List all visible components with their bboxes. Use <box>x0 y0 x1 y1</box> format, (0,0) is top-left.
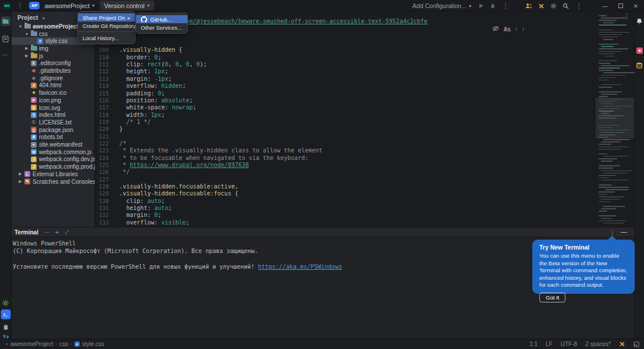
terminal-link[interactable]: https://aka.ms/PSWindows <box>258 263 342 270</box>
code-line[interactable]: white-space: nowrap; <box>119 104 196 111</box>
code-line[interactable]: margin: 0; <box>119 212 161 219</box>
code-line[interactable]: .visually-hidden { <box>119 47 182 54</box>
window-close-button[interactable]: ✕ <box>631 3 641 9</box>
code-line[interactable]: /* <box>119 140 126 147</box>
settings-gear-icon[interactable] <box>550 3 557 9</box>
more-tool-windows-icon[interactable]: ⋯ <box>1 50 10 60</box>
problems-icon[interactable] <box>1 322 10 332</box>
code-line[interactable]: border: 0; <box>119 54 161 61</box>
next-problem-arrow-icon[interactable]: ↓ <box>522 26 525 32</box>
breadcrumb-style-css[interactable]: style.css <box>82 341 104 347</box>
breadcrumb-css[interactable]: css <box>59 341 68 347</box>
tree-item-img[interactable]: ▶img <box>12 45 95 52</box>
titlebar-kebab-icon[interactable]: ⋮ <box>575 3 583 9</box>
menu-item-create-git-repository[interactable]: Create Git Repository... <box>78 22 135 30</box>
run-configurations-button[interactable]: Add Configuration... ▼ <box>412 2 472 9</box>
code-with-me-icon[interactable] <box>525 3 532 9</box>
tree-item-gitattributes[interactable]: ◆.gitattributes <box>12 67 95 74</box>
tree-item-index-html[interactable]: 5index.html <box>12 111 95 119</box>
tree-item-icon-png[interactable]: Picon.png <box>12 97 95 104</box>
code-line[interactable]: width: 1px; <box>119 112 165 119</box>
project-avatar[interactable]: AP <box>29 2 40 9</box>
ai-assistant-icon[interactable] <box>635 45 644 55</box>
main-menu-icon[interactable]: ⋮ <box>16 2 24 9</box>
tree-item-404-html[interactable]: 4404.html <box>12 82 95 90</box>
vcs-widget-button[interactable]: Version control ▼ <box>100 1 154 10</box>
window-minimize-button[interactable]: — <box>600 3 610 9</box>
tree-item-license-txt[interactable]: ©LICENSE.txt <box>12 119 95 126</box>
code-link[interactable]: https://www.drupal.org/node/897638 <box>130 162 249 168</box>
code-line[interactable]: position: absolute; <box>119 97 193 104</box>
search-icon[interactable] <box>563 3 569 9</box>
code-line[interactable]: height: 1px; <box>119 68 168 75</box>
project-widget[interactable]: awesomeProject ▼ <box>44 2 95 9</box>
run-more-kebab-icon[interactable]: ⋮ <box>501 3 510 9</box>
tree-item-webpack-config-prod-js[interactable]: Jwebpack.config.prod.js <box>12 163 95 170</box>
menu-item-share-project-on[interactable]: Share Project On▶ <box>78 13 135 22</box>
highlighting-level-eye-icon[interactable] <box>492 26 499 31</box>
database-icon[interactable] <box>635 60 644 70</box>
terminal-tab[interactable]: Terminal <box>15 229 38 236</box>
code-line[interactable]: .visually-hidden.focusable:active, <box>119 183 239 190</box>
previous-problem-arrow-icon[interactable]: ↑ <box>515 26 518 32</box>
tree-item-gitignore[interactable]: ◆.gitignore <box>12 74 95 82</box>
commit-icon[interactable] <box>1 34 10 44</box>
editor-minimap[interactable] <box>596 12 634 227</box>
code-line[interactable]: .visually-hidden.focusable:focus { <box>119 190 239 197</box>
terminal-icon[interactable] <box>1 309 10 319</box>
new-terminal-session-icon[interactable]: + <box>55 229 59 236</box>
tree-item-webpack-common-js[interactable]: Wwebpack.common.js <box>12 148 95 156</box>
code-line[interactable]: overflow: hidden; <box>119 83 186 90</box>
tree-item-editorconfig[interactable]: E.editorconfig <box>12 60 95 67</box>
code-editor[interactable]: 105 * https://medium.com/@jessebeach/bew… <box>95 12 596 227</box>
bell-icon[interactable] <box>635 16 644 26</box>
tools-icon[interactable] <box>538 3 545 9</box>
tree-item-site-webmanifest[interactable]: ≡site.webmanifest <box>12 141 95 148</box>
status-widget-2-spaces[interactable]: 2 spaces* <box>585 341 611 347</box>
menu-item-other-services[interactable]: Other Services... <box>136 23 187 31</box>
project-icon[interactable] <box>1 16 10 26</box>
menu-item-github[interactable]: GitHub... <box>136 15 187 23</box>
window-maximize-button[interactable] <box>616 3 625 9</box>
breadcrumb-awesomeproject[interactable]: awesomeProject <box>10 341 54 347</box>
tree-item-js[interactable]: ▶js <box>12 52 95 60</box>
tree-item-icon-svg[interactable]: Sicon.svg <box>12 104 95 112</box>
tree-chevron-icon[interactable]: ▶ <box>24 46 30 51</box>
code-line[interactable]: */ <box>119 169 130 176</box>
code-line[interactable]: height: auto; <box>119 205 172 212</box>
tree-chevron-icon[interactable]: ▼ <box>17 24 23 29</box>
tree-item-external-libraries[interactable]: ▶LExternal Libraries <box>12 170 95 178</box>
tree-chevron-icon[interactable]: ▶ <box>17 172 23 176</box>
code-line[interactable]: clip: auto; <box>119 198 165 205</box>
tree-item-scratches-and-consoles[interactable]: ▶✎Scratches and Consoles <box>12 178 95 186</box>
inspections-widget[interactable]: A5 ↑ ↓ <box>492 23 525 34</box>
tree-item-webpack-config-dev-js[interactable]: Jwebpack.config.dev.js <box>12 156 95 163</box>
code-line[interactable]: overflow: visible; <box>119 219 189 226</box>
services-icon[interactable] <box>1 298 10 308</box>
tree-item-package-json[interactable]: {}package.json <box>12 126 95 134</box>
status-widget-1-1[interactable]: 1:1 <box>529 341 538 347</box>
debug-icon[interactable] <box>490 3 496 9</box>
tree-item-favicon-ico[interactable]: ★favicon.ico <box>12 89 95 97</box>
hammer-wrench-icon[interactable] <box>619 341 625 347</box>
tree-chevron-icon[interactable]: ▼ <box>24 32 30 36</box>
tree-item-robots-txt[interactable]: Rrobots.txt <box>12 134 95 141</box>
expand-terminal-icon[interactable]: ⤢ <box>65 229 69 236</box>
code-line[interactable]: margin: -1px; <box>119 76 172 83</box>
code-line[interactable]: padding: 0; <box>119 90 165 97</box>
layout-widget-icon[interactable] <box>634 341 639 347</box>
code-line[interactable]: } <box>119 126 123 133</box>
got-it-button[interactable]: Got It <box>539 293 565 302</box>
tree-chevron-icon[interactable]: ▶ <box>17 179 23 184</box>
project-panel-header[interactable]: Project ▼ <box>17 14 45 21</box>
code-line[interactable]: * to be focusable when navigated to via … <box>119 155 308 162</box>
code-line[interactable]: * Extends the .visually-hidden class to … <box>119 147 322 154</box>
menu-item-local-history[interactable]: Local History... <box>78 34 135 42</box>
status-widget-lf[interactable]: LF <box>546 341 553 347</box>
tree-chevron-icon[interactable]: ▶ <box>24 54 30 58</box>
code-line[interactable]: /* 1 */ <box>119 119 151 126</box>
code-line[interactable]: clip: rect(0, 0, 0, 0); <box>119 61 207 68</box>
run-icon[interactable] <box>478 3 484 9</box>
code-line[interactable]: * https://www.drupal.org/node/897638 <box>119 162 249 169</box>
hide-terminal-icon[interactable]: — <box>621 228 627 235</box>
